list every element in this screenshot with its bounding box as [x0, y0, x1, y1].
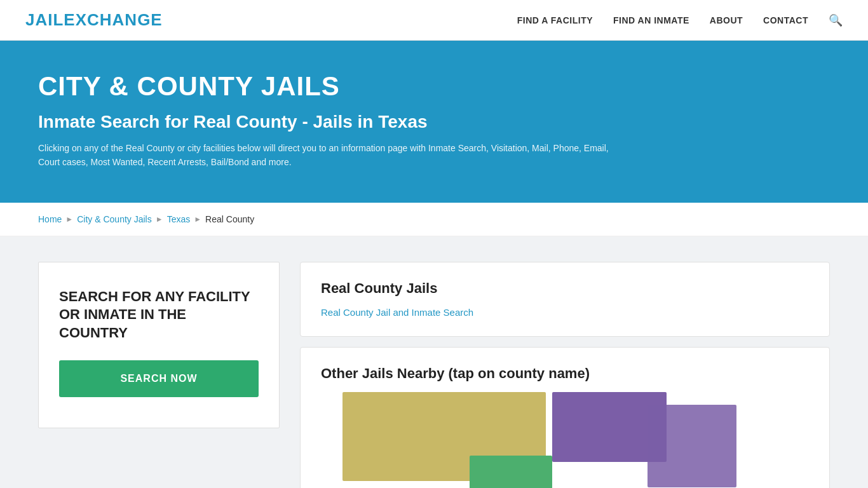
logo[interactable]: JAILEXCHANGE	[25, 10, 163, 30]
svg-rect-3	[648, 405, 736, 487]
right-panel: Real County Jails Real County Jail and I…	[300, 262, 830, 488]
real-county-card-title: Real County Jails	[321, 280, 809, 297]
left-panel: SEARCH FOR ANY FACILITY OR INMATE IN THE…	[38, 262, 280, 488]
svg-rect-2	[470, 456, 552, 488]
real-county-jail-link[interactable]: Real County Jail and Inmate Search	[321, 307, 473, 318]
search-box-title: SEARCH FOR ANY FACILITY OR INMATE IN THE…	[59, 288, 259, 342]
breadcrumb-sep-3: ►	[194, 215, 201, 224]
navigation: FIND A FACILITY FIND AN INMATE ABOUT CON…	[517, 13, 843, 27]
breadcrumb-city-county-jails[interactable]: City & County Jails	[77, 214, 151, 224]
main-content: SEARCH FOR ANY FACILITY OR INMATE IN THE…	[0, 236, 868, 488]
logo-exchange: EXCHANGE	[64, 10, 162, 29]
nav-find-inmate[interactable]: FIND AN INMATE	[613, 15, 689, 25]
breadcrumb-home[interactable]: Home	[38, 214, 62, 224]
search-box: SEARCH FOR ANY FACILITY OR INMATE IN THE…	[38, 262, 280, 428]
hero-description: Clicking on any of the Real County or ci…	[38, 141, 610, 170]
map-area: Kerr	[321, 392, 809, 488]
breadcrumb-current: Real County	[205, 214, 254, 224]
logo-jail: JAIL	[25, 10, 64, 29]
header: JAILEXCHANGE FIND A FACILITY FIND AN INM…	[0, 0, 868, 41]
kerr-label[interactable]: Kerr	[593, 471, 623, 487]
search-now-button[interactable]: SEARCH NOW	[59, 360, 259, 397]
county-map: Kerr	[321, 392, 809, 488]
nav-about[interactable]: ABOUT	[710, 15, 743, 25]
breadcrumb-sep-1: ►	[65, 215, 73, 224]
nav-find-facility[interactable]: FIND A FACILITY	[517, 15, 593, 25]
breadcrumb-sep-2: ►	[156, 215, 163, 224]
hero-subtitle: Inmate Search for Real County - Jails in…	[38, 112, 830, 132]
breadcrumb: Home ► City & County Jails ► Texas ► Rea…	[0, 203, 868, 236]
hero-section: CITY & COUNTY JAILS Inmate Search for Re…	[0, 41, 868, 203]
nearby-jails-title: Other Jails Nearby (tap on county name)	[321, 365, 809, 382]
search-icon[interactable]: 🔍	[829, 13, 843, 27]
breadcrumb-texas[interactable]: Texas	[167, 214, 191, 224]
real-county-card: Real County Jails Real County Jail and I…	[300, 262, 830, 337]
hero-title: CITY & COUNTY JAILS	[38, 71, 830, 102]
nearby-jails-card: Other Jails Nearby (tap on county name) …	[300, 347, 830, 488]
nav-contact[interactable]: CONTACT	[763, 15, 808, 25]
